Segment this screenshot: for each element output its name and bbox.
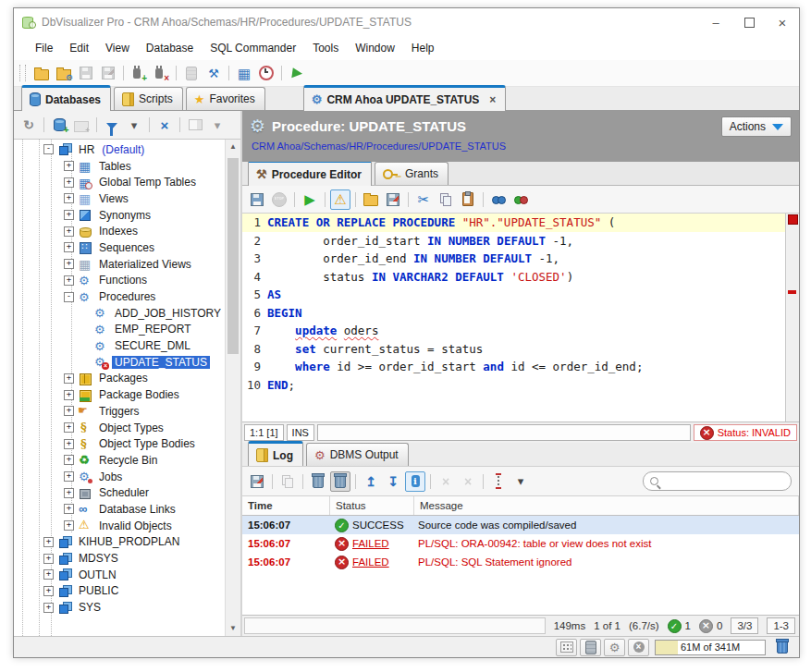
tree-expander-icon[interactable]: + xyxy=(64,504,74,514)
open-file-icon[interactable] xyxy=(31,63,52,83)
tree-item-procedures[interactable]: -Procedures xyxy=(14,288,226,305)
tree-expander-icon[interactable]: + xyxy=(64,193,74,203)
filter-dropdown-icon[interactable]: ▾ xyxy=(124,115,144,135)
tree-item-mdsys[interactable]: +MDSYS xyxy=(14,550,226,567)
execute-icon[interactable]: ▶ xyxy=(300,189,320,210)
tree-expander-icon[interactable]: + xyxy=(64,275,74,286)
tree-item-triggers[interactable]: +Triggers xyxy=(14,403,226,420)
divider-dropdown-icon[interactable]: ▾ xyxy=(510,471,531,492)
menu-view[interactable]: View xyxy=(97,39,138,57)
object-tab-crm-ahoa-update-status[interactable]: ⚙ CRM Ahoa UPDATE_STATUS × xyxy=(303,85,507,111)
menu-help[interactable]: Help xyxy=(403,39,443,57)
monitor-icon[interactable] xyxy=(256,63,276,83)
auto-clear-icon[interactable] xyxy=(330,471,350,492)
preview-dropdown-icon[interactable]: ▾ xyxy=(207,115,227,135)
tree-item-sys[interactable]: +SYS xyxy=(14,599,226,616)
tree-item-indexes[interactable]: +Indexes xyxy=(14,223,226,239)
tree-expander-icon[interactable]: + xyxy=(64,373,74,384)
tree-item-update-status[interactable]: UPDATE_STATUS xyxy=(14,354,226,371)
disconnect-icon[interactable] xyxy=(151,63,171,83)
tab-procedure-editor[interactable]: ⚒Procedure Editor xyxy=(248,160,372,186)
tree-expander-icon[interactable]: - xyxy=(43,144,54,154)
tree-item-emp-report[interactable]: EMP_REPORT xyxy=(14,322,226,338)
table-data-icon[interactable]: ▦ xyxy=(234,63,254,83)
log-row[interactable]: 15:06:07SUCCESSSource code was compiled/… xyxy=(242,516,799,534)
tab-databases[interactable]: Databases xyxy=(21,85,111,111)
tab-dbms-output[interactable]: ⚙DBMS Output xyxy=(306,443,409,466)
tree-item-tables[interactable]: +Tables xyxy=(14,158,226,175)
grid-monitor-button[interactable] xyxy=(556,639,577,656)
collapse-all-icon[interactable]: × xyxy=(154,115,175,135)
tree-item-kihub-prodplan[interactable]: +KIHUB_PRODPLAN xyxy=(14,534,226,551)
tree-item-object-type-bodies[interactable]: +Object Type Bodies xyxy=(14,435,226,452)
tree-expander-icon[interactable]: + xyxy=(43,569,54,580)
export-icon[interactable] xyxy=(383,189,403,210)
load-from-file-icon[interactable] xyxy=(361,189,381,210)
tree-item-secure-dml[interactable]: SECURE_DML xyxy=(14,337,226,354)
error-overview-mark[interactable] xyxy=(788,214,798,225)
tree-expander-icon[interactable]: + xyxy=(64,471,74,482)
filter-icon[interactable] xyxy=(102,115,122,135)
tab-scripts[interactable]: Scripts xyxy=(114,87,183,110)
tree-expander-icon[interactable]: + xyxy=(64,390,74,400)
tree-item-functions[interactable]: +Functions xyxy=(14,273,226,289)
tree-expander-icon[interactable]: + xyxy=(64,455,74,465)
tab-log[interactable]: Log xyxy=(248,441,303,467)
tree-item-scheduler[interactable]: +Scheduler xyxy=(14,484,226,501)
tree-item-packages[interactable]: +Packages xyxy=(14,371,226,387)
scroll-top-icon[interactable]: ↥ xyxy=(361,471,381,492)
close-button[interactable]: × xyxy=(766,8,799,36)
log-col-status[interactable]: Status xyxy=(330,496,414,515)
scroll-bottom-icon[interactable]: ↧ xyxy=(383,471,403,492)
tree-expander-icon[interactable]: + xyxy=(64,439,74,449)
log-col-message[interactable]: Message xyxy=(414,496,799,515)
tree-item-add-job-history[interactable]: ADD_JOB_HISTORY xyxy=(14,305,226,322)
tree-expander-icon[interactable]: + xyxy=(64,422,74,433)
tree-item-materialized-views[interactable]: +Materialized Views xyxy=(14,256,226,273)
refresh-icon[interactable]: ↻ xyxy=(18,115,39,135)
task-gear-button[interactable]: ⚙ xyxy=(604,639,625,656)
tool-properties-icon[interactable]: ⚒ xyxy=(203,63,224,83)
row-divider-icon[interactable] xyxy=(488,471,509,492)
tree-item-object-types[interactable]: +Object Types xyxy=(14,420,226,436)
find-icon[interactable] xyxy=(488,189,509,210)
tab-close-icon[interactable]: × xyxy=(489,93,496,106)
tree-item-global-temp-tables[interactable]: +Global Temp Tables xyxy=(14,174,226,190)
error-line-mark[interactable] xyxy=(788,290,796,294)
tree-item-public[interactable]: +PUBLIC xyxy=(14,583,226,600)
menu-window[interactable]: Window xyxy=(347,39,403,57)
create-connection-icon[interactable] xyxy=(49,115,69,135)
tree-item-hr[interactable]: -HR(Default) xyxy=(14,141,226,158)
highlight-errors-icon[interactable]: ⚠ xyxy=(330,189,350,210)
maximize-button[interactable] xyxy=(732,8,766,36)
tree-expander-icon[interactable]: + xyxy=(64,259,74,269)
tab-favorites[interactable]: ★Favorites xyxy=(186,87,265,110)
tree-item-outln[interactable]: +OUTLN xyxy=(14,567,226,583)
connections-monitor-button[interactable] xyxy=(580,639,601,656)
actions-button[interactable]: Actions xyxy=(721,116,792,137)
tree-item-synonyms[interactable]: +Synonyms xyxy=(14,207,226,224)
cut-icon[interactable]: ✂ xyxy=(413,189,434,210)
menu-database[interactable]: Database xyxy=(138,39,202,57)
tab-grants[interactable]: Grants xyxy=(375,162,449,185)
tree-expander-icon[interactable]: + xyxy=(64,406,74,416)
tree-expander-icon[interactable]: + xyxy=(43,603,54,613)
scroll-up-icon[interactable]: ▲ xyxy=(226,140,240,154)
tree-item-jobs[interactable]: +Jobs xyxy=(14,469,226,485)
log-search-box[interactable] xyxy=(643,471,792,491)
code-area[interactable]: 1CREATE OR REPLACE PROCEDURE "HR"."UPDAT… xyxy=(242,214,785,422)
toolbar-grip[interactable] xyxy=(19,65,26,81)
menu-edit[interactable]: Edit xyxy=(61,39,97,57)
sql-editor[interactable]: 1CREATE OR REPLACE PROCEDURE "HR"."UPDAT… xyxy=(242,214,799,422)
find-replace-icon[interactable] xyxy=(510,189,531,210)
menu-file[interactable]: File xyxy=(27,39,61,57)
tree-expander-icon[interactable]: + xyxy=(64,210,74,220)
clear-log-icon[interactable] xyxy=(308,471,328,492)
tree-expander-icon[interactable]: + xyxy=(64,226,74,237)
minimize-button[interactable]: – xyxy=(699,8,732,36)
tree-item-recycle-bin[interactable]: +Recycle Bin xyxy=(14,452,226,469)
tree-scrollbar[interactable]: ▲ ▼ xyxy=(225,140,240,636)
scrollbar-thumb[interactable] xyxy=(227,158,239,354)
tree-expander-icon[interactable]: + xyxy=(64,161,74,171)
tree-item-views[interactable]: +Views xyxy=(14,190,226,207)
